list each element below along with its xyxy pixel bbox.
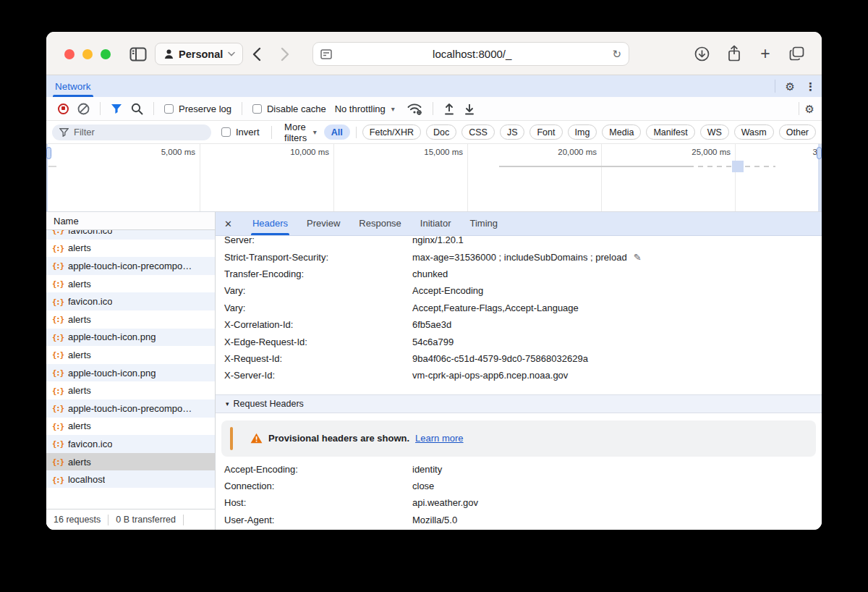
header-value: nginx/1.20.1 — [412, 236, 464, 245]
disable-cache-checkbox[interactable]: Disable cache — [252, 103, 326, 114]
request-row[interactable]: {:}alerts — [46, 310, 215, 329]
request-headers-section-header[interactable]: ▾ Request Headers — [216, 394, 822, 413]
filter-type-all[interactable]: All — [324, 124, 350, 140]
request-row[interactable]: {:}favicon.ico — [46, 292, 215, 310]
request-row[interactable]: {:}localhost — [46, 470, 215, 488]
header-value: chunked — [412, 268, 448, 279]
filter-type-wasm[interactable]: Wasm — [734, 124, 774, 140]
request-row[interactable]: {:}apple-touch-icon.png — [46, 364, 215, 382]
timeline-right-grabber[interactable] — [817, 147, 822, 159]
invert-checkbox[interactable]: Invert — [221, 127, 260, 138]
request-row[interactable]: {:}alerts — [46, 381, 215, 399]
close-window-button[interactable] — [64, 49, 75, 59]
timeline-left-grabber[interactable] — [46, 147, 51, 159]
request-row[interactable]: {:}alerts — [46, 275, 215, 293]
json-file-icon: {:} — [52, 422, 64, 431]
request-row[interactable]: {:}favicon.ico — [46, 230, 215, 240]
devtools-settings-button[interactable]: ⚙ — [786, 81, 795, 92]
detail-tab-preview[interactable]: Preview — [307, 212, 340, 235]
request-row[interactable]: {:}apple-touch-icon-precompo… — [46, 257, 215, 275]
browser-toolbar: Personal localhost:8000/_ ↻ — [46, 32, 822, 75]
close-details-button[interactable]: ✕ — [224, 219, 232, 229]
header-name: X-Correlation-Id: — [224, 319, 412, 330]
reload-button[interactable]: ↻ — [612, 48, 621, 61]
filter-type-other[interactable]: Other — [779, 124, 816, 140]
detail-tab-timing[interactable]: Timing — [469, 212, 498, 235]
detail-tab-initiator[interactable]: Initiator — [420, 212, 451, 235]
learn-more-link[interactable]: Learn more — [415, 433, 463, 444]
request-row[interactable]: {:}alerts — [46, 418, 215, 436]
search-button[interactable] — [131, 103, 143, 115]
checkbox-icon — [164, 104, 174, 114]
request-row[interactable]: {:}apple-touch-icon-precompo… — [46, 399, 215, 418]
tab-network[interactable]: Network — [55, 75, 91, 97]
share-button[interactable] — [725, 44, 744, 63]
disclosure-triangle-icon: ▾ — [226, 400, 229, 407]
filter-toggle-button[interactable] — [111, 103, 122, 114]
name-column-header[interactable]: Name — [46, 212, 215, 230]
export-har-button[interactable] — [464, 103, 475, 115]
network-conditions-button[interactable] — [407, 102, 422, 115]
clear-button[interactable] — [77, 103, 90, 115]
more-filters-button[interactable]: More filters ▾ — [284, 122, 317, 143]
network-toolbar: Preserve log Disable cache No throttling… — [46, 97, 822, 121]
detail-tab-headers[interactable]: Headers — [252, 212, 288, 235]
request-row[interactable]: {:}apple-touch-icon.png — [46, 329, 215, 347]
request-row[interactable]: {:}alerts — [46, 240, 215, 258]
filter-type-doc[interactable]: Doc — [426, 124, 456, 140]
sidebar-toggle-button[interactable] — [128, 46, 148, 62]
request-name: alerts — [68, 420, 91, 431]
profile-button[interactable]: Personal — [155, 43, 243, 65]
header-row: X-Correlation-Id:6fb5ae3d — [216, 316, 822, 333]
overview-selected-marker[interactable] — [732, 161, 744, 172]
downloads-button[interactable] — [692, 44, 711, 63]
filter-type-manifest[interactable]: Manifest — [646, 124, 694, 140]
filter-type-js[interactable]: JS — [500, 124, 525, 140]
json-file-icon: {:} — [52, 439, 64, 448]
request-row[interactable]: {:}alerts — [46, 453, 215, 471]
tab-overview-button[interactable] — [787, 44, 806, 63]
name-column-label: Name — [54, 216, 79, 227]
divider — [271, 126, 272, 139]
request-name: alerts — [68, 279, 91, 289]
request-name: alerts — [68, 385, 91, 396]
record-button[interactable] — [58, 103, 69, 114]
throttling-select[interactable]: No throttling ▾ — [335, 103, 395, 114]
edit-header-icon[interactable]: ✎ — [634, 252, 642, 263]
devtools-menu-button[interactable]: ⋮ — [805, 81, 816, 92]
share-icon — [727, 45, 741, 62]
header-name: Vary: — [224, 285, 412, 296]
new-tab-button[interactable]: + — [756, 44, 775, 63]
filter-type-css[interactable]: CSS — [461, 124, 495, 140]
request-row[interactable]: {:}favicon.ico — [46, 435, 215, 453]
filter-type-img[interactable]: Img — [568, 124, 597, 140]
timeline-tick-label: 15,000 ms — [424, 148, 463, 156]
timeline-overview[interactable]: 5,000 ms10,000 ms15,000 ms20,000 ms25,00… — [46, 144, 822, 212]
request-details-pane: ✕ HeadersPreviewResponseInitiatorTiming … — [216, 212, 822, 530]
zoom-window-button[interactable] — [101, 49, 111, 59]
sidebar-icon — [129, 47, 147, 62]
request-row[interactable]: {:}alerts — [46, 346, 215, 364]
request-table: Name {:}favicon.ico{:}alerts{:}apple-tou… — [46, 212, 216, 530]
detail-tab-response[interactable]: Response — [359, 212, 401, 235]
header-value: api.weather.gov — [412, 497, 478, 508]
filter-type-ws[interactable]: WS — [700, 124, 729, 140]
header-value: 9ba4f06c-c51d-4579-9dc0-75868032629a — [412, 353, 588, 364]
detail-tab-bar: ✕ HeadersPreviewResponseInitiatorTiming — [216, 212, 822, 236]
filter-type-font[interactable]: Font — [529, 124, 562, 140]
filter-type-fetch-xhr[interactable]: Fetch/XHR — [362, 124, 421, 140]
json-file-icon: {:} — [52, 261, 64, 270]
header-value: Accept,Feature-Flags,Accept-Language — [412, 303, 579, 313]
filter-type-media[interactable]: Media — [602, 124, 641, 140]
warning-icon — [250, 433, 263, 444]
filter-input[interactable]: Filter — [52, 124, 211, 140]
transferred-size: 0 B transferred — [116, 515, 176, 525]
import-har-button[interactable] — [443, 103, 455, 115]
forward-button[interactable] — [276, 46, 294, 62]
back-button[interactable] — [247, 46, 265, 62]
minimize-window-button[interactable] — [82, 49, 93, 59]
address-bar[interactable]: localhost:8000/_ ↻ — [312, 42, 629, 66]
preserve-log-checkbox[interactable]: Preserve log — [164, 103, 231, 114]
reader-icon[interactable] — [320, 49, 332, 59]
network-settings-button[interactable]: ⚙ — [805, 103, 814, 114]
